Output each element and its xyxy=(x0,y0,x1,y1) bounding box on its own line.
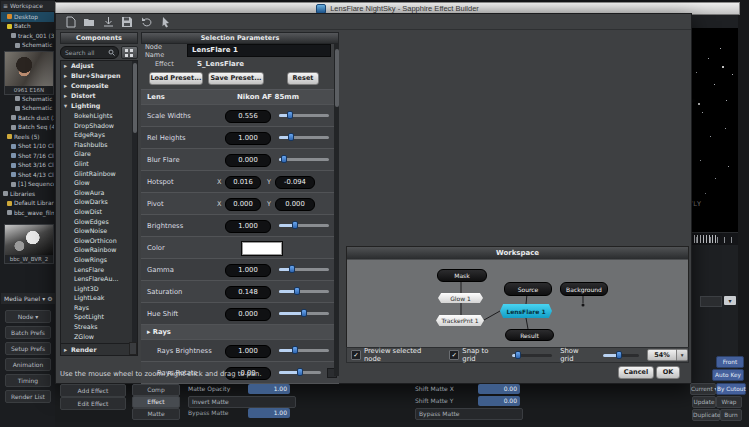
slider[interactable] xyxy=(279,371,321,374)
value-field[interactable]: 0.000 xyxy=(225,154,271,167)
snap-to-grid-checkbox[interactable]: ✓ xyxy=(449,350,459,360)
collapse-arrow-icon[interactable]: ▾ xyxy=(64,101,69,111)
tree-item[interactable]: Batch Seq (4) xyxy=(1,123,54,133)
shift-matte-x-value[interactable]: 0.00 xyxy=(478,384,520,394)
component-category[interactable]: ▸ Blur+Sharpen xyxy=(61,71,137,81)
tree-item[interactable]: Desktop xyxy=(1,12,54,22)
value-field[interactable]: 0.148 xyxy=(225,286,271,299)
component-item[interactable]: ZGlow xyxy=(74,332,137,342)
component-item[interactable]: Streaks xyxy=(74,322,137,332)
host-button[interactable]: Node ▾ xyxy=(5,310,51,323)
tree-item[interactable]: Schematic R xyxy=(1,41,54,51)
tree-item[interactable]: Shot 3/16 Clip1 xyxy=(1,161,54,171)
parameters-scrollbar[interactable] xyxy=(334,43,339,376)
expand-arrow-icon[interactable]: ▸ xyxy=(147,328,150,336)
comp-tab-button[interactable]: Comp xyxy=(132,384,180,396)
value-field-x[interactable]: 0.016 xyxy=(225,176,261,189)
bypass-matte-field[interactable]: Bypass Matte xyxy=(415,408,523,420)
tree-item[interactable]: Shot 7/16 Clip1 xyxy=(1,151,54,161)
value-field[interactable]: 0.000 xyxy=(225,308,271,321)
clip-thumbnail[interactable] xyxy=(4,224,54,256)
expand-arrow-icon[interactable]: ▸ xyxy=(64,81,69,91)
value-field-y[interactable]: -0.094 xyxy=(275,176,315,189)
grid-size-slider[interactable] xyxy=(603,354,639,357)
wrap-button[interactable]: Wrap xyxy=(716,396,742,408)
slider[interactable] xyxy=(279,268,329,271)
tree-item[interactable]: Default Library xyxy=(1,199,54,209)
effect-tab-button[interactable]: Effect xyxy=(132,396,180,408)
component-item[interactable]: LensFlareAu... xyxy=(74,274,137,284)
component-item[interactable]: GlowRainbow xyxy=(74,245,137,255)
tree-item[interactable]: Batch xyxy=(1,22,54,32)
filter-button[interactable] xyxy=(121,46,138,59)
slider-thumb[interactable] xyxy=(287,111,293,119)
slider[interactable] xyxy=(279,114,329,117)
search-input[interactable]: Search all xyxy=(60,46,119,59)
slider-thumb[interactable] xyxy=(301,309,307,317)
component-item[interactable]: GlowDist xyxy=(74,207,137,217)
view-value[interactable] xyxy=(700,296,722,307)
tree-item[interactable]: Schematic xyxy=(1,94,54,104)
chevron-down-icon[interactable]: ▾ xyxy=(724,296,736,305)
component-item[interactable]: Glare xyxy=(74,149,137,159)
ok-button[interactable]: OK xyxy=(656,366,680,379)
reset-button[interactable]: Reset xyxy=(287,72,319,85)
slider[interactable] xyxy=(279,158,329,161)
zoom-dropdown-arrow[interactable]: ▾ xyxy=(677,349,688,361)
tree-item[interactable]: Shot 4/13 Clip1 xyxy=(1,170,54,180)
value-field[interactable]: 1.000 xyxy=(225,264,271,277)
zoom-level-button[interactable]: 54% xyxy=(647,349,678,361)
value-field-y[interactable]: 0.000 xyxy=(275,198,315,211)
host-button[interactable]: Animation xyxy=(5,358,51,371)
new-file-icon[interactable] xyxy=(64,16,76,28)
component-item[interactable]: DropShadow xyxy=(74,121,137,131)
components-scrollbar-end[interactable] xyxy=(129,342,137,355)
slider-thumb[interactable] xyxy=(292,221,298,229)
slider-thumb[interactable] xyxy=(515,351,521,359)
slider-thumb[interactable] xyxy=(292,346,298,354)
tree-item[interactable]: Libraries xyxy=(1,189,54,199)
component-item[interactable]: Glint xyxy=(74,159,137,169)
node-graph-canvas[interactable]: Mask Source Background Glow 1 LensFlare … xyxy=(347,259,688,347)
slider-thumb[interactable] xyxy=(294,287,300,295)
component-item[interactable]: GlowDarks xyxy=(74,197,137,207)
component-item[interactable]: GlowNoise xyxy=(74,226,137,236)
host-button[interactable]: Batch Prefs xyxy=(5,326,51,339)
clip-thumbnail[interactable] xyxy=(4,51,54,87)
open-folder-icon[interactable] xyxy=(83,16,95,28)
component-item[interactable]: Flashbulbs xyxy=(74,140,137,150)
tree-item[interactable]: Batch dust (2) xyxy=(1,113,54,123)
current-dropdown[interactable]: Current ▾ xyxy=(690,383,716,395)
component-item[interactable]: Glow xyxy=(74,178,137,188)
slider[interactable] xyxy=(279,312,329,315)
component-item[interactable]: LensFlare xyxy=(74,265,137,275)
component-category-render[interactable]: ▸ Render xyxy=(61,343,137,355)
value-field-x[interactable]: 0.000 xyxy=(225,198,261,211)
invert-matte-field[interactable]: Invert Matte xyxy=(188,396,296,408)
tree-item[interactable]: track_001 (3) xyxy=(1,31,54,41)
slider-thumb[interactable] xyxy=(289,265,295,273)
burn-button[interactable]: Burn xyxy=(720,409,742,421)
tree-item[interactable]: Schematic R xyxy=(1,104,54,114)
components-scrollbar[interactable] xyxy=(132,61,137,344)
media-panel-header[interactable]: Media Panel ▾ ⚙ xyxy=(1,293,57,304)
load-preset-button[interactable]: Load Preset... xyxy=(149,72,203,85)
slider-thumb[interactable] xyxy=(616,351,622,359)
node-result[interactable]: Result xyxy=(505,329,554,341)
tree-item[interactable]: Reels (5) xyxy=(1,132,54,142)
shift-matte-y-value[interactable]: 0.00 xyxy=(478,396,520,406)
import-icon[interactable] xyxy=(102,16,114,28)
node-name-value[interactable]: LensFlare 1 xyxy=(187,44,331,57)
expand-arrow-icon[interactable]: ▸ xyxy=(64,344,69,355)
component-item[interactable]: SpotLight xyxy=(74,312,137,322)
host-button[interactable]: Timing xyxy=(5,374,51,387)
slider[interactable] xyxy=(279,136,329,139)
expand-arrow-icon[interactable]: ▸ xyxy=(64,71,69,81)
slider-thumb[interactable] xyxy=(297,368,303,376)
value-field[interactable]: 0.556 xyxy=(225,110,271,123)
by-cutout-button[interactable]: By Cutout xyxy=(716,383,746,395)
add-effect-button[interactable]: Add Effect xyxy=(60,384,126,397)
host-view-dropdown[interactable]: ▾ xyxy=(700,296,736,307)
component-item[interactable]: GlintRainbow xyxy=(74,169,137,179)
update-button[interactable]: Update xyxy=(692,396,716,408)
